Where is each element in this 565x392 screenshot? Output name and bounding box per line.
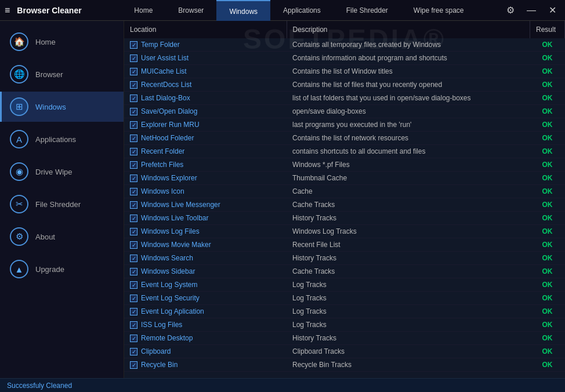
close-button[interactable]: ✕: [544, 2, 560, 19]
table-body: ✓Temp FolderContains all temporary files…: [124, 38, 565, 372]
result-cell: OK: [530, 225, 565, 238]
result-cell: OK: [530, 332, 565, 345]
location-cell: ✓RecentDocs List: [124, 78, 287, 92]
location-text: MUICache List: [141, 67, 187, 75]
sidebar-item-applications[interactable]: AApplications: [0, 124, 124, 154]
result-cell: OK: [530, 198, 565, 212]
result-cell: OK: [530, 92, 565, 105]
result-cell: OK: [530, 145, 565, 158]
row-checkbox[interactable]: ✓: [130, 321, 137, 329]
sidebar-label-about: About: [35, 233, 55, 241]
row-checkbox[interactable]: ✓: [130, 55, 137, 62]
row-checkbox[interactable]: ✓: [130, 188, 137, 195]
description-cell: list of last folders that you used in op…: [287, 92, 530, 105]
file-shredder-icon: ✂: [10, 195, 28, 213]
description-cell: open/save dialog-boxes: [287, 105, 530, 118]
table-row: ✓Windows IconCacheOK: [124, 185, 565, 198]
description-cell: Contains the list of network resources: [287, 132, 530, 145]
description-cell: Contains the list of files that you rece…: [287, 78, 530, 92]
row-checkbox[interactable]: ✓: [130, 41, 137, 49]
table-row: ✓Event Log SecurityLog TracksOK: [124, 292, 565, 305]
sidebar-item-windows[interactable]: ⊞Windows: [0, 92, 124, 122]
about-icon: ⚙: [10, 227, 28, 246]
description-cell: Log Tracks: [287, 318, 530, 332]
location-text: Windows Log Files: [141, 227, 200, 235]
result-cell: OK: [530, 238, 565, 252]
location-cell: ✓Event Log Security: [124, 292, 287, 305]
location-text: Windows Icon: [141, 187, 184, 195]
row-checkbox[interactable]: ✓: [130, 108, 137, 115]
top-nav-item-browser[interactable]: Browser: [165, 0, 216, 21]
top-nav-item-home[interactable]: Home: [121, 0, 165, 21]
row-checkbox[interactable]: ✓: [130, 361, 137, 369]
location-cell: ✓Windows Explorer: [124, 172, 287, 185]
location-cell: ✓Windows Icon: [124, 185, 287, 198]
table-header-row: Location Description Result: [124, 21, 565, 38]
top-nav-item-windows[interactable]: Windows: [216, 0, 270, 21]
description-cell: Contains the list of Window titles: [287, 65, 530, 78]
result-cell: OK: [530, 78, 565, 92]
row-checkbox[interactable]: ✓: [130, 268, 137, 275]
result-cell: OK: [530, 318, 565, 332]
location-cell: ✓Temp Folder: [124, 38, 287, 52]
drive-wipe-icon: ◉: [10, 162, 28, 181]
location-cell: ✓Event Log Aplication: [124, 305, 287, 318]
description-cell: Log Tracks: [287, 278, 530, 292]
row-checkbox[interactable]: ✓: [130, 95, 137, 102]
top-nav-item-wipe-free-space[interactable]: Wipe free space: [401, 0, 477, 21]
table-row: ✓Windows ExplorerThumbnail CacheOK: [124, 172, 565, 185]
upgrade-icon: ▲: [10, 260, 28, 278]
result-cell: OK: [530, 132, 565, 145]
row-checkbox[interactable]: ✓: [130, 255, 137, 262]
top-nav-item-applications[interactable]: Applications: [270, 0, 334, 21]
top-nav-item-file-shredder[interactable]: File Shredder: [334, 0, 401, 21]
row-checkbox[interactable]: ✓: [130, 281, 137, 289]
row-checkbox[interactable]: ✓: [130, 121, 137, 129]
row-checkbox[interactable]: ✓: [130, 161, 137, 169]
location-cell: ✓NetHood Foleder: [124, 132, 287, 145]
row-checkbox[interactable]: ✓: [130, 241, 137, 249]
sidebar-item-drive-wipe[interactable]: ◉Drive Wipe: [0, 157, 124, 187]
table-row: ✓Save/Open Dialogopen/save dialog-boxesO…: [124, 105, 565, 118]
row-checkbox[interactable]: ✓: [130, 175, 137, 182]
sidebar-item-upgrade[interactable]: ▲Upgrade: [0, 254, 124, 284]
row-checkbox[interactable]: ✓: [130, 308, 137, 315]
row-checkbox[interactable]: ✓: [130, 335, 137, 342]
row-checkbox[interactable]: ✓: [130, 81, 137, 89]
title-bar: ≡ Browser Cleaner HomeBrowserWindowsAppl…: [0, 0, 565, 21]
sidebar-item-about[interactable]: ⚙About: [0, 222, 124, 252]
location-cell: ✓Windows Live Messenger: [124, 198, 287, 212]
row-checkbox[interactable]: ✓: [130, 348, 137, 355]
location-text: ISS Log Files: [141, 321, 182, 329]
row-checkbox[interactable]: ✓: [130, 201, 137, 209]
table-row: ✓Windows Movie MakerRecent File ListOK: [124, 238, 565, 252]
app-title: Browser Cleaner: [17, 6, 110, 15]
description-cell: Windows Log Tracks: [287, 225, 530, 238]
minimize-button[interactable]: —: [523, 2, 539, 19]
row-checkbox[interactable]: ✓: [130, 295, 137, 302]
result-cell: OK: [530, 65, 565, 78]
sidebar-item-file-shredder[interactable]: ✂File Shredder: [0, 189, 124, 219]
settings-button[interactable]: ⚙: [502, 2, 519, 19]
row-checkbox[interactable]: ✓: [130, 135, 137, 142]
table-row: ✓User Assist ListContains information ab…: [124, 52, 565, 65]
description-cell: last programs you executed in the 'run': [287, 118, 530, 132]
row-checkbox[interactable]: ✓: [130, 148, 137, 155]
sidebar-item-home[interactable]: 🏠Home: [0, 27, 124, 57]
location-text: Temp Folder: [141, 41, 180, 49]
row-checkbox[interactable]: ✓: [130, 228, 137, 235]
table-row: ✓Windows SearchHistory TracksOK: [124, 252, 565, 265]
row-checkbox[interactable]: ✓: [130, 215, 137, 222]
result-cell: OK: [530, 212, 565, 225]
location-cell: ✓User Assist List: [124, 52, 287, 65]
menu-icon[interactable]: ≡: [5, 5, 10, 16]
col-header-description: Description: [287, 21, 530, 38]
location-cell: ✓ISS Log Files: [124, 318, 287, 332]
table-scroll[interactable]: Location Description Result ✓Temp Folder…: [124, 21, 565, 378]
sidebar-label-drive-wipe: Drive Wipe: [35, 168, 73, 176]
sidebar-item-browser[interactable]: 🌐Browser: [0, 59, 124, 89]
location-text: Recent Folder: [141, 147, 184, 155]
table-row: ✓NetHood FolederContains the list of net…: [124, 132, 565, 145]
row-checkbox[interactable]: ✓: [130, 68, 137, 75]
location-cell: ✓Remote Desktop: [124, 332, 287, 345]
